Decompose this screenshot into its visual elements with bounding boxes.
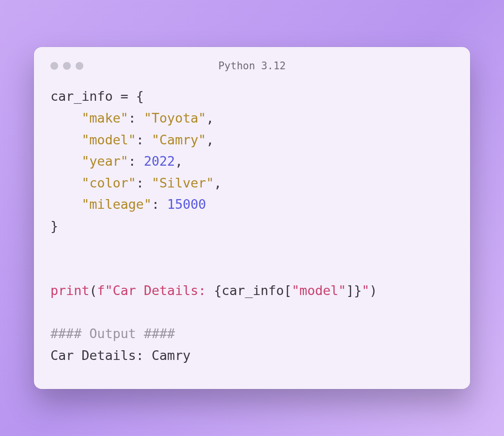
code-token-punct: : [128,154,144,169]
code-token-punct: } [50,218,58,234]
window-title: Python 3.12 [50,60,454,72]
code-token-punct: } [354,283,362,298]
zoom-icon[interactable] [76,62,83,70]
code-indent [50,154,81,169]
code-token-variable: car_info [221,283,284,298]
code-token-string: "mileage" [81,197,152,212]
code-token-punct: , [206,132,214,147]
code-token-punct: , [206,110,214,125]
code-token-punct: : [136,132,152,147]
code-token-punct: { [214,283,221,298]
code-token-punct: : [136,175,152,190]
code-token-punct: ) [369,283,377,298]
code-token-fstring: " [362,283,369,298]
code-token-string: "Silver" [152,175,214,190]
output-header: #### Output #### [50,326,175,341]
code-token-punct: : [152,197,167,212]
code-token-variable: car_info [50,89,112,104]
editor-window: Python 3.12 car_info = { "make": "Toyota… [34,47,470,389]
code-area[interactable]: car_info = { "make": "Toyota", "model": … [50,86,454,366]
code-token-punct: ] [346,283,354,298]
dict-entry: "mileage": 15000 [50,197,206,212]
code-token-punct: : [128,110,144,125]
code-token-punct: , [175,154,183,169]
code-indent [50,132,81,147]
dict-entry: "make": "Toyota", [50,110,214,125]
code-token-punct: = { [112,89,143,104]
print-line: print(f"Car Details: {car_info["model"]}… [50,283,377,298]
code-indent [50,175,81,190]
code-token-punct: , [214,175,221,190]
code-indent [50,110,81,125]
code-token-string: "year" [81,154,128,169]
titlebar: Python 3.12 [50,61,454,71]
code-indent [50,197,81,212]
minimize-icon[interactable] [63,62,71,70]
code-token-string: "color" [81,175,136,190]
code-token-fstring: f"Car Details: [97,283,214,298]
code-token-string: "model" [292,283,346,298]
dict-entry: "year": 2022, [50,154,183,169]
traffic-lights [50,62,83,70]
output-line: Car Details: Camry [50,348,190,363]
dict-entry: "model": "Camry", [50,132,214,147]
code-token-string: "Camry" [152,132,206,147]
code-token-number: 2022 [144,154,175,169]
close-icon[interactable] [50,62,58,70]
dict-entry: "color": "Silver", [50,175,221,190]
code-token-string: "make" [81,110,128,125]
code-token-punct: [ [284,283,292,298]
code-token-function: print [50,283,89,298]
code-token-string: "Toyota" [144,110,206,125]
code-token-number: 15000 [167,197,206,212]
code-token-string: "model" [81,132,136,147]
code-token-punct: ( [89,283,97,298]
